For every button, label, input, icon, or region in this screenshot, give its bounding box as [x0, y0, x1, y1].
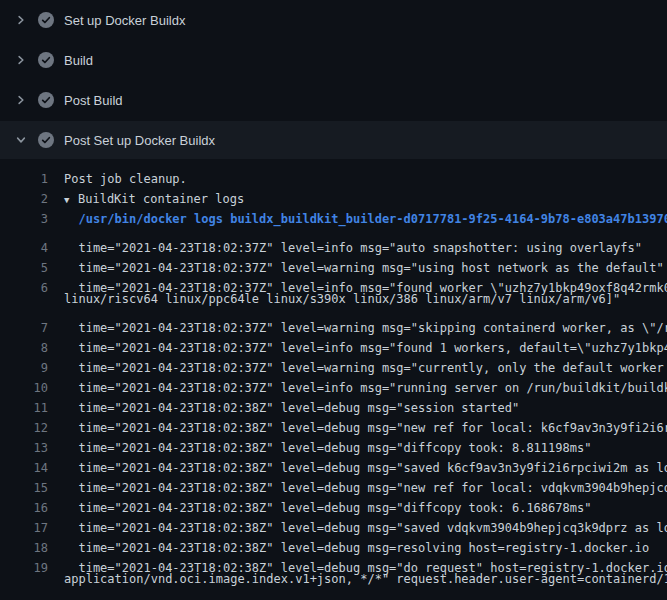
log-text: time="2021-04-23T18:02:38Z" level=debug …	[64, 498, 591, 509]
log-line: 4 time="2021-04-23T18:02:37Z" level=info…	[0, 229, 667, 249]
line-number[interactable]: 15	[0, 478, 48, 489]
log-text: linux/riscv64 linux/ppc64le linux/s390x …	[64, 289, 620, 309]
log-output: 1 Post job cleanup. 2 ▼BuildKit containe…	[0, 160, 667, 600]
log-line: 2 ▼BuildKit container logs	[0, 189, 667, 209]
log-text: time="2021-04-23T18:02:38Z" level=debug …	[64, 418, 667, 429]
log-text: time="2021-04-23T18:02:38Z" level=debug …	[64, 438, 591, 449]
log-text: time="2021-04-23T18:02:38Z" level=debug …	[64, 518, 667, 529]
log-text: time="2021-04-23T18:02:38Z" level=debug …	[64, 458, 667, 469]
line-number[interactable]: 8	[0, 338, 48, 349]
log-text: time="2021-04-23T18:02:37Z" level=warnin…	[64, 258, 664, 269]
line-number[interactable]: 9	[0, 358, 48, 369]
log-text: time="2021-04-23T18:02:37Z" level=warnin…	[64, 318, 667, 329]
group-toggle-icon[interactable]: ▼	[64, 190, 78, 210]
line-number[interactable]: 19	[0, 558, 48, 569]
log-line: 20 time="2021-04-23T18:02:38Z" level=deb…	[0, 589, 667, 600]
check-circle-icon	[38, 52, 54, 68]
log-line: application/vnd.oci.image.index.v1+json,…	[0, 569, 667, 589]
step-row[interactable]: Set up Docker Buildx	[0, 0, 667, 40]
log-line: linux/riscv64 linux/ppc64le linux/s390x …	[0, 289, 667, 309]
line-number[interactable]: 7	[0, 318, 48, 329]
step-row[interactable]: Post Set up Docker Buildx	[0, 121, 667, 159]
log-text: time="2021-04-23T18:02:37Z" level=info m…	[64, 238, 642, 249]
log-text: time="2021-04-23T18:02:38Z" level=debug …	[64, 558, 667, 569]
line-number[interactable]: 18	[0, 538, 48, 549]
line-number[interactable]: 6	[0, 278, 48, 289]
chevron-down-icon	[13, 132, 29, 148]
line-number[interactable]: 3	[0, 209, 48, 229]
log-text: Post job cleanup.	[64, 169, 187, 189]
line-number[interactable]: 12	[0, 418, 48, 429]
line-number[interactable]: 16	[0, 498, 48, 509]
line-number[interactable]: 17	[0, 518, 48, 529]
line-number[interactable]: 5	[0, 258, 48, 269]
line-number	[0, 289, 48, 309]
log-line: 1 Post job cleanup.	[0, 169, 667, 189]
log-text: application/vnd.oci.image.index.v1+json,…	[64, 569, 667, 589]
line-number[interactable]: 13	[0, 438, 48, 449]
chevron-right-icon	[13, 52, 29, 68]
log-text: time="2021-04-23T18:02:37Z" level=info m…	[64, 378, 667, 389]
log-line: 7 time="2021-04-23T18:02:37Z" level=warn…	[0, 309, 667, 329]
log-line: 3 /usr/bin/docker logs buildx_buildkit_b…	[0, 209, 667, 229]
step-row[interactable]: Build	[0, 40, 667, 80]
step-label: Post Build	[64, 93, 123, 108]
log-text: time="2021-04-23T18:02:37Z" level=info m…	[64, 278, 667, 289]
line-number	[0, 569, 48, 589]
chevron-right-icon	[13, 92, 29, 108]
log-text: time="2021-04-23T18:02:37Z" level=warnin…	[64, 358, 667, 369]
check-circle-icon	[38, 12, 54, 28]
workflow-log-panel: Set up Docker Buildx Build Post Build Po…	[0, 0, 667, 600]
chevron-right-icon	[13, 12, 29, 28]
line-number[interactable]: 11	[0, 398, 48, 409]
step-row[interactable]: Post Build	[0, 80, 667, 120]
step-label: Set up Docker Buildx	[64, 13, 185, 28]
line-number[interactable]: 1	[0, 169, 48, 189]
line-number[interactable]: 4	[0, 238, 48, 249]
line-number[interactable]: 14	[0, 458, 48, 469]
step-label: Build	[64, 53, 93, 68]
log-text: ▼BuildKit container logs	[64, 189, 244, 209]
check-circle-icon	[38, 132, 54, 148]
log-text: time="2021-04-23T18:02:38Z" level=debug …	[64, 398, 519, 409]
check-circle-icon	[38, 92, 54, 108]
line-number[interactable]: 10	[0, 378, 48, 389]
group-label[interactable]: BuildKit container logs	[78, 192, 244, 206]
log-text: time="2021-04-23T18:02:38Z" level=debug …	[64, 478, 667, 489]
line-number[interactable]: 2	[0, 189, 48, 209]
log-text: time="2021-04-23T18:02:37Z" level=info m…	[64, 338, 667, 349]
steps-list: Set up Docker Buildx Build Post Build Po…	[0, 0, 667, 159]
log-text: time="2021-04-23T18:02:38Z" level=debug …	[64, 538, 649, 549]
step-label: Post Set up Docker Buildx	[64, 133, 215, 148]
log-text: /usr/bin/docker logs buildx_buildkit_bui…	[64, 209, 667, 229]
